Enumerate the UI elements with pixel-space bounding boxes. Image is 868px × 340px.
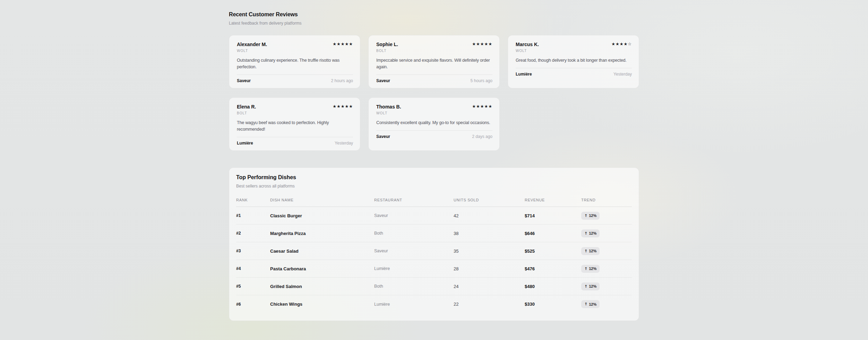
review-text: The wagyu beef was cooked to perfection.… [237,120,353,133]
review-card: Marcus K. WOLT ★★★★☆ Great food, though … [508,35,639,88]
trend-up-icon: ↑ [584,267,587,271]
reviewer-info: Elena R. BOLT [237,104,256,115]
dish-name: Chicken Wings [270,302,374,307]
restaurant-name: Saveur [237,78,251,83]
review-card: Elena R. BOLT ★★★★★ The wagyu beef was c… [229,97,360,151]
reviews-section: Recent Customer Reviews Latest feedback … [229,11,639,151]
review-time: Yesterday [613,72,632,77]
review-time: 5 hours ago [471,78,492,83]
reviews-subtitle: Latest feedback from delivery platforms [229,21,639,26]
review-text: Consistently excellent quality. My go-to… [376,120,492,126]
dish-units-sold: 38 [454,231,525,236]
restaurant-name: Lumière [237,141,253,146]
column-header-rank: RANK [236,198,270,202]
dish-restaurant: Saveur [374,249,454,253]
review-card: Sophie L. BOLT ★★★★★ Impeccable service … [368,35,500,88]
review-text: Great food, though delivery took a bit l… [516,57,632,64]
reviewer-info: Thomas B. WOLT [376,104,401,115]
dish-revenue: $525 [525,249,581,254]
trend-badge: ↑12% [581,212,600,220]
dish-revenue: $476 [525,266,581,271]
trend-badge: ↑12% [581,229,600,237]
star-rating-icon: ★★★★★ [472,104,492,109]
dashboard-page: Recent Customer Reviews Latest feedback … [229,0,639,321]
review-platform: WOLT [237,49,267,53]
table-row: #4 Pasta Carbonara Lumière 28 $476 ↑12% [236,260,632,278]
table-row: #2 Margherita Pizza Both 38 $646 ↑12% [236,225,632,242]
table-row: #3 Caesar Salad Saveur 35 $525 ↑12% [236,242,632,260]
trend-up-icon: ↑ [584,284,587,289]
dish-rank: #2 [236,231,270,236]
column-header-restaurant: RESTAURANT [374,198,454,202]
trend-up-icon: ↑ [584,302,587,306]
review-time: 2 days ago [472,134,492,139]
reviewer-name: Elena R. [237,104,256,110]
review-platform: BOLT [237,111,256,115]
top-dishes-section: Top Performing Dishes Best sellers acros… [229,167,639,321]
trend-value: 12% [589,284,596,288]
reviewer-name: Thomas B. [376,104,401,110]
review-platform: WOLT [516,49,539,53]
dish-units-sold: 28 [454,266,525,271]
dish-restaurant: Both [374,231,454,236]
dish-restaurant: Lumière [374,266,454,271]
review-card-header: Elena R. BOLT ★★★★★ [237,104,353,115]
trend-value: 12% [589,213,596,218]
star-rating-icon: ★★★★☆ [611,41,632,47]
column-header-dish-name: DISH NAME [270,198,374,202]
trend-value: 12% [589,231,596,235]
review-text: Outstanding culinary experience. The tru… [237,57,353,70]
dish-rank: #3 [236,249,270,253]
restaurant-name: Saveur [376,78,390,83]
dish-name: Classic Burger [270,213,374,218]
dish-revenue: $480 [525,284,581,289]
table-row: #5 Grilled Salmon Both 24 $480 ↑12% [236,278,632,295]
reviewer-name: Marcus K. [516,41,539,47]
trend-badge: ↑12% [581,300,600,308]
review-cards-grid: Alexander M. WOLT ★★★★★ Outstanding culi… [229,35,639,151]
trend-badge: ↑12% [581,247,600,255]
dish-revenue: $714 [525,213,581,218]
dish-restaurant: Lumière [374,302,454,307]
review-time: 2 hours ago [331,78,353,83]
table-header-row: RANK DISH NAME RESTAURANT UNITS SOLD REV… [236,198,632,207]
restaurant-name: Lumière [516,72,532,77]
trend-up-icon: ↑ [584,213,587,218]
dish-rank: #5 [236,284,270,289]
dish-revenue: $646 [525,231,581,236]
trend-badge: ↑12% [581,282,600,290]
review-footer: Lumière Yesterday [516,68,632,77]
review-time: Yesterday [335,141,353,146]
review-footer: Saveur 2 hours ago [237,75,353,83]
dish-units-sold: 42 [454,213,525,218]
reviews-title: Recent Customer Reviews [229,11,639,18]
dish-restaurant: Both [374,284,454,289]
dish-name: Margherita Pizza [270,231,374,236]
trend-badge: ↑12% [581,265,600,273]
dish-units-sold: 24 [454,284,525,289]
review-footer: Lumière Yesterday [237,137,353,146]
review-platform: WOLT [376,111,401,115]
dish-rank: #1 [236,213,270,218]
trend-value: 12% [589,302,596,306]
review-card: Alexander M. WOLT ★★★★★ Outstanding culi… [229,35,360,88]
dish-revenue: $330 [525,302,581,307]
dishes-title: Top Performing Dishes [236,174,632,181]
reviewer-info: Marcus K. WOLT [516,41,539,53]
reviewer-name: Sophie L. [376,41,398,47]
star-rating-icon: ★★★★★ [333,104,353,109]
dish-units-sold: 22 [454,302,525,307]
column-header-units-sold: UNITS SOLD [454,198,525,202]
review-card-header: Thomas B. WOLT ★★★★★ [376,104,492,115]
star-rating-icon: ★★★★★ [472,41,492,47]
review-footer: Saveur 2 days ago [376,130,492,139]
trend-value: 12% [589,267,596,271]
review-card-header: Marcus K. WOLT ★★★★☆ [516,41,632,53]
trend-up-icon: ↑ [584,249,587,253]
dish-restaurant: Saveur [374,213,454,218]
column-header-revenue: REVENUE [525,198,581,202]
dish-name: Caesar Salad [270,249,374,254]
table-row: #1 Classic Burger Saveur 42 $714 ↑12% [236,207,632,225]
review-platform: BOLT [376,49,398,53]
review-card-header: Alexander M. WOLT ★★★★★ [237,41,353,53]
